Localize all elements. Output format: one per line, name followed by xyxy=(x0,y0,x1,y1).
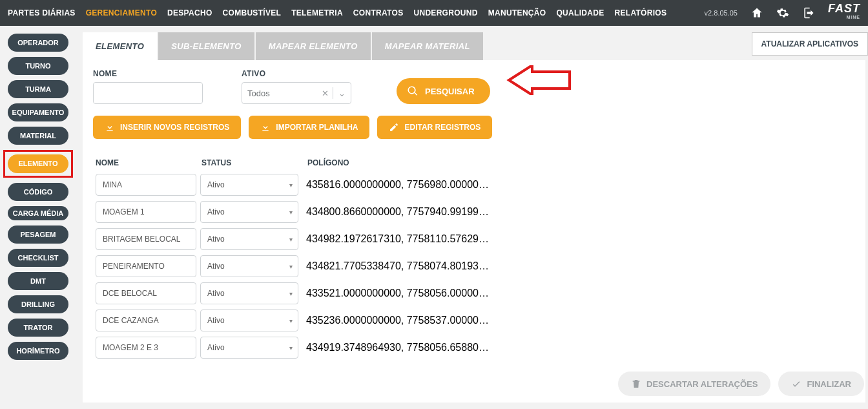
sidebar-item[interactable]: TURMA xyxy=(8,80,68,98)
table-row: PENEIRAMENTOAtivo▾434821.7705338470, 775… xyxy=(93,255,855,277)
topnav-item[interactable]: CONTRATOS xyxy=(353,8,404,17)
cell-status-select[interactable]: Ativo▾ xyxy=(200,337,298,359)
update-apps-button[interactable]: ATUALIZAR APLICATIVOS xyxy=(752,32,868,56)
filter-nome-label: NOME xyxy=(93,69,203,78)
cell-nome[interactable]: DCE CAZANGA xyxy=(96,309,196,331)
topnav-item[interactable]: RELATÓRIOS xyxy=(614,8,666,17)
tab[interactable]: SUB-ELEMENTO xyxy=(158,32,254,60)
cell-poligono: 434919.3748964930, 7758056.6588099897, 2… xyxy=(302,342,492,353)
search-button[interactable]: PESQUISAR xyxy=(397,78,490,104)
cell-status-select[interactable]: Ativo▾ xyxy=(200,201,298,223)
tab[interactable]: MAPEAR MATERIAL xyxy=(372,32,483,60)
top-nav: PARTES DIÁRIASGERENCIAMENTODESPACHOCOMBU… xyxy=(0,0,868,26)
cell-nome[interactable]: MOAGEM 2 E 3 xyxy=(96,337,196,359)
filter-ativo-label: ATIVO xyxy=(242,69,351,78)
table-row: DCE CAZANGAAtivo▾435236.0000000000, 7758… xyxy=(93,309,855,331)
chevron-down-icon: ▾ xyxy=(289,236,293,243)
download-icon xyxy=(260,122,271,132)
chevron-down-icon: ▾ xyxy=(289,317,293,324)
cell-poligono: 435236.0000000000, 7758537.0000000000, 2… xyxy=(302,315,492,326)
table-row: DCE BELOCALAtivo▾433521.0000000000, 7758… xyxy=(93,282,855,304)
finalize-button[interactable]: FINALIZAR xyxy=(778,372,864,396)
edit-icon xyxy=(389,122,399,132)
tab[interactable]: MAPEAR ELEMENTO xyxy=(256,32,371,60)
discard-label: DESCARTAR ALTERAÇÕES xyxy=(646,379,758,389)
cell-status-select[interactable]: Ativo▾ xyxy=(200,309,298,331)
filter-nome-input[interactable] xyxy=(93,82,203,104)
cell-nome[interactable]: MOAGEM 1 xyxy=(96,201,196,223)
gear-icon[interactable] xyxy=(776,6,789,19)
insert-records-button[interactable]: INSERIR NOVOS REGISTROS xyxy=(93,116,241,139)
logout-icon[interactable] xyxy=(802,6,815,19)
topnav-item[interactable]: GERENCIAMENTO xyxy=(86,8,157,17)
data-table: NOME STATUS POLÍGONO MINAAtivo▾435816.00… xyxy=(93,158,855,359)
cell-poligono: 434821.7705338470, 7758074.8019347098, 2… xyxy=(302,260,492,272)
chevron-down-icon: ▾ xyxy=(289,182,293,189)
cell-nome[interactable]: MINA xyxy=(96,174,196,196)
sidebar-item[interactable]: DRILLING xyxy=(8,295,68,313)
topnav-menu: PARTES DIÁRIASGERENCIAMENTODESPACHOCOMBU… xyxy=(8,8,666,17)
table-row: BRITAGEM BELOCALAtivo▾434982.1972617310,… xyxy=(93,228,855,250)
topnav-item[interactable]: TELEMETRIA xyxy=(291,8,343,17)
col-header-status: STATUS xyxy=(202,158,307,167)
topnav-item[interactable]: QUALIDADE xyxy=(556,8,604,17)
sidebar-item[interactable]: ELEMENTO xyxy=(8,154,68,173)
sidebar-item[interactable]: MATERIAL xyxy=(8,127,68,145)
cell-poligono: 433521.0000000000, 7758056.0000000000, 2… xyxy=(302,288,492,299)
chevron-down-icon: ▾ xyxy=(289,344,293,351)
chevron-down-icon: ▾ xyxy=(289,209,293,216)
topnav-item[interactable]: DESPACHO xyxy=(167,8,212,17)
topnav-item[interactable]: PARTES DIÁRIAS xyxy=(8,8,76,17)
insert-records-label: INSERIR NOVOS REGISTROS xyxy=(120,123,229,132)
home-icon[interactable] xyxy=(750,6,763,19)
col-header-nome: NOME xyxy=(96,158,202,167)
main-area: ELEMENTOSUB-ELEMENTOMAPEAR ELEMENTOMAPEA… xyxy=(76,26,868,409)
cell-status-select[interactable]: Ativo▾ xyxy=(200,174,298,196)
sidebar-item[interactable]: CÓDIGO xyxy=(8,183,68,201)
download-icon xyxy=(105,122,115,132)
cell-nome[interactable]: PENEIRAMENTO xyxy=(96,255,196,277)
table-row: MINAAtivo▾435816.0000000000, 7756980.000… xyxy=(93,174,855,196)
cell-status-select[interactable]: Ativo▾ xyxy=(200,282,298,304)
tabs: ELEMENTOSUB-ELEMENTOMAPEAR ELEMENTOMAPEA… xyxy=(83,32,483,60)
sidebar-item[interactable]: HORÍMETRO xyxy=(8,342,68,360)
sidebar-item[interactable]: CARGA MÉDIA xyxy=(8,206,68,220)
cell-poligono: 435816.0000000000, 7756980.0000000000, 2… xyxy=(302,179,492,191)
sidebar-item[interactable]: EQUIPAMENTO xyxy=(8,103,68,121)
finalize-label: FINALIZAR xyxy=(807,379,851,389)
discard-changes-button[interactable]: DESCARTAR ALTERAÇÕES xyxy=(618,372,770,396)
clear-icon[interactable]: ✕ xyxy=(318,89,333,98)
chevron-down-icon: ▾ xyxy=(289,263,293,270)
version-label: v2.8.05.05 xyxy=(705,9,738,17)
annotation-arrow-icon xyxy=(506,65,571,95)
content-panel: NOME ATIVO Todos ✕ ⌄ PESQUISAR xyxy=(83,60,865,403)
topnav-item[interactable]: MANUTENÇÃO xyxy=(488,8,546,17)
sidebar-item[interactable]: TURNO xyxy=(8,57,68,75)
search-button-label: PESQUISAR xyxy=(425,87,475,96)
filter-ativo-value: Todos xyxy=(247,89,270,98)
chevron-down-icon: ▾ xyxy=(289,290,293,297)
cell-poligono: 434800.8660000000, 7757940.9919999996, 2… xyxy=(302,206,492,218)
table-row: MOAGEM 2 E 3Ativo▾434919.3748964930, 775… xyxy=(93,337,855,359)
filter-ativo-select[interactable]: Todos ✕ ⌄ xyxy=(242,82,351,104)
cell-poligono: 434982.1972617310, 7758110.5762905199, 2… xyxy=(302,233,492,245)
cell-nome[interactable]: DCE BELOCAL xyxy=(96,282,196,304)
tab[interactable]: ELEMENTO xyxy=(83,32,157,60)
brand-logo: FAST MINE xyxy=(828,4,860,22)
edit-records-button[interactable]: EDITAR REGISTROS xyxy=(377,116,492,139)
sidebar-item[interactable]: PESAGEM xyxy=(8,225,68,244)
cell-status-select[interactable]: Ativo▾ xyxy=(200,228,298,250)
trash-icon xyxy=(631,379,641,389)
col-header-poligono: POLÍGONO xyxy=(307,158,852,167)
chevron-down-icon[interactable]: ⌄ xyxy=(333,89,346,98)
sidebar-item[interactable]: TRATOR xyxy=(8,319,68,337)
cell-status-select[interactable]: Ativo▾ xyxy=(200,255,298,277)
sidebar-item[interactable]: DMT xyxy=(8,272,68,290)
sidebar-item[interactable]: CHECKLIST xyxy=(8,249,68,267)
sidebar-highlight: ELEMENTO xyxy=(3,150,73,177)
cell-nome[interactable]: BRITAGEM BELOCAL xyxy=(96,228,196,250)
import-sheet-button[interactable]: IMPORTAR PLANILHA xyxy=(249,116,369,139)
sidebar-item[interactable]: OPERADOR xyxy=(8,34,68,52)
topnav-item[interactable]: COMBUSTÍVEL xyxy=(223,8,282,17)
topnav-item[interactable]: UNDERGROUND xyxy=(413,8,477,17)
